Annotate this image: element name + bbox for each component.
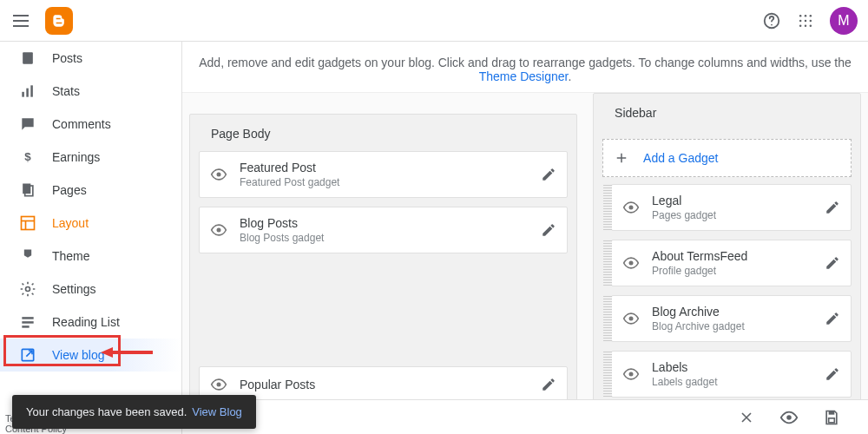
sidebar-item-settings[interactable]: Settings	[0, 273, 181, 306]
edit-icon[interactable]	[825, 366, 840, 382]
apps-icon[interactable]	[797, 12, 814, 30]
add-gadget-button[interactable]: Add a Gadget	[602, 139, 852, 177]
help-text: Add, remove and edit gadgets on your blo…	[182, 42, 868, 93]
gadget-about-termsfeed[interactable]: About TermsFeedProfile gadget	[611, 240, 852, 286]
edit-icon[interactable]	[541, 377, 556, 392]
gadget-featured-post[interactable]: Featured PostFeatured Post gadget	[199, 151, 568, 198]
toast-saved: Your changes have been saved. View Blog	[12, 395, 256, 429]
comments-icon	[19, 115, 36, 133]
gadget-labels[interactable]: LabelsLabels gadget	[611, 351, 852, 398]
edit-icon[interactable]	[825, 311, 840, 326]
sidebar-item-theme[interactable]: Theme	[0, 240, 181, 273]
sidebar-column-title: Sidebar	[594, 94, 860, 130]
sidebar-item-comments[interactable]: Comments	[0, 108, 181, 141]
gadget-blog-archive[interactable]: Blog ArchiveBlog Archive gadget	[611, 295, 852, 342]
drag-handle[interactable]	[603, 240, 612, 286]
visibility-icon[interactable]	[622, 365, 640, 383]
avatar[interactable]: M	[830, 7, 858, 35]
edit-icon[interactable]	[541, 167, 556, 182]
drag-handle[interactable]	[603, 352, 612, 397]
edit-icon[interactable]	[825, 255, 840, 271]
sidebar-item-stats[interactable]: Stats	[0, 75, 181, 108]
plus-icon	[614, 150, 629, 166]
edit-icon[interactable]	[541, 222, 556, 238]
stats-icon	[19, 82, 36, 100]
visibility-icon[interactable]	[622, 199, 640, 216]
pages-icon	[19, 181, 36, 199]
external-link-icon	[19, 346, 36, 364]
posts-icon	[19, 49, 36, 67]
discard-icon[interactable]	[738, 409, 755, 426]
drag-handle[interactable]	[603, 185, 612, 230]
theme-icon	[19, 247, 36, 265]
sidebar-column: Sidebar Add a Gadget LegalPages gadget	[593, 93, 861, 434]
edit-icon[interactable]	[825, 200, 840, 215]
page-body-title: Page Body	[190, 115, 576, 151]
page-body-column: Page Body Featured PostFeatured Post gad…	[189, 114, 577, 434]
sidebar-item-layout[interactable]: Layout	[0, 207, 181, 240]
bottom-action-bar	[182, 399, 868, 434]
visibility-icon[interactable]	[210, 376, 227, 393]
settings-icon	[19, 280, 36, 298]
help-icon[interactable]	[762, 11, 781, 30]
reading-list-icon	[19, 313, 36, 331]
visibility-icon[interactable]	[210, 166, 227, 183]
layout-icon	[19, 214, 36, 232]
preview-icon[interactable]	[779, 408, 799, 427]
drag-handle[interactable]	[603, 296, 612, 341]
sidebar-item-earnings[interactable]: Earnings	[0, 141, 181, 174]
blogger-logo[interactable]	[45, 7, 73, 35]
sidebar-item-posts[interactable]: Posts	[0, 42, 181, 75]
toast-view-blog-link[interactable]: View Blog	[192, 405, 242, 418]
hamburger-menu-icon[interactable]	[10, 10, 31, 31]
sidebar-item-view-blog[interactable]: View blog	[0, 339, 181, 372]
save-icon[interactable]	[823, 409, 840, 426]
sidebar-item-pages[interactable]: Pages	[0, 174, 181, 207]
visibility-icon[interactable]	[622, 254, 640, 272]
earnings-icon	[19, 148, 36, 166]
visibility-icon[interactable]	[210, 221, 227, 239]
visibility-icon[interactable]	[622, 310, 640, 327]
gadget-legal[interactable]: LegalPages gadget	[611, 184, 852, 231]
theme-designer-link[interactable]: Theme Designer	[479, 69, 569, 83]
sidebar-item-reading-list[interactable]: Reading List	[0, 306, 181, 339]
gadget-blog-posts[interactable]: Blog PostsBlog Posts gadget	[199, 207, 568, 253]
